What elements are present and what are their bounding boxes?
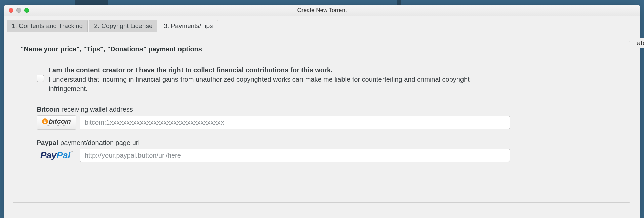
app-window: Create New Torrent 1. Contents and Track… (4, 5, 640, 218)
tab-contents-tracking[interactable]: 1. Contents and Tracking (7, 20, 88, 32)
paypal-label: Paypal payment/donation page url (37, 139, 622, 147)
close-window-button[interactable] (9, 8, 13, 13)
consent-bold: I am the content creator or I have the r… (49, 65, 507, 75)
consent-row: I am the content creator or I have the r… (37, 65, 507, 94)
consent-text: I am the content creator or I have the r… (49, 65, 507, 94)
bitcoin-label-bold: Bitcoin (37, 106, 59, 113)
section-title: "Name your price", "Tips", "Donations" p… (21, 45, 622, 53)
window-title: Create New Torrent (4, 7, 640, 14)
consent-body: I understand that incurring in financial… (49, 76, 470, 93)
bitcoin-label-rest: receiving wallet address (59, 106, 133, 113)
titlebar: Create New Torrent (4, 5, 640, 16)
bitcoin-badge: Bbitcoin ACCEPTED HERE (37, 115, 76, 130)
paypal-label-bold: Paypal (37, 139, 58, 146)
paypal-url-input[interactable] (80, 149, 510, 162)
tab-copyright-license[interactable]: 2. Copyright License (89, 20, 157, 32)
bitcoin-label: Bitcoin receiving wallet address (37, 106, 622, 113)
bitcoin-field-row: Bbitcoin ACCEPTED HERE (37, 115, 622, 130)
paypal-field-row: PayPal™ (37, 149, 622, 162)
bitcoin-icon: Bbitcoin (42, 118, 71, 125)
paypal-badge: PayPal™ (37, 151, 76, 160)
bitcoin-badge-sub: ACCEPTED HERE (47, 125, 66, 127)
window-client-area: 1. Contents and Tracking 2. Copyright Li… (4, 16, 640, 218)
paypal-icon: PayPal™ (40, 151, 73, 160)
consent-checkbox[interactable] (37, 75, 44, 82)
zoom-window-button[interactable] (24, 8, 29, 13)
tab-bar: 1. Contents and Tracking 2. Copyright Li… (7, 20, 636, 32)
bitcoin-field-block: Bitcoin receiving wallet address Bbitcoi… (37, 106, 622, 130)
minimize-window-button[interactable] (16, 8, 21, 13)
bitcoin-address-input[interactable] (80, 116, 510, 129)
tab-payments-tips[interactable]: 3. Payments/Tips (159, 20, 218, 32)
payments-panel: "Name your price", "Tips", "Donations" p… (13, 41, 630, 203)
paypal-label-rest: payment/donation page url (58, 139, 139, 146)
background-window-sliver: ate (636, 38, 644, 48)
paypal-field-block: Paypal payment/donation page url PayPal™ (37, 139, 622, 162)
traffic-lights (4, 8, 29, 13)
